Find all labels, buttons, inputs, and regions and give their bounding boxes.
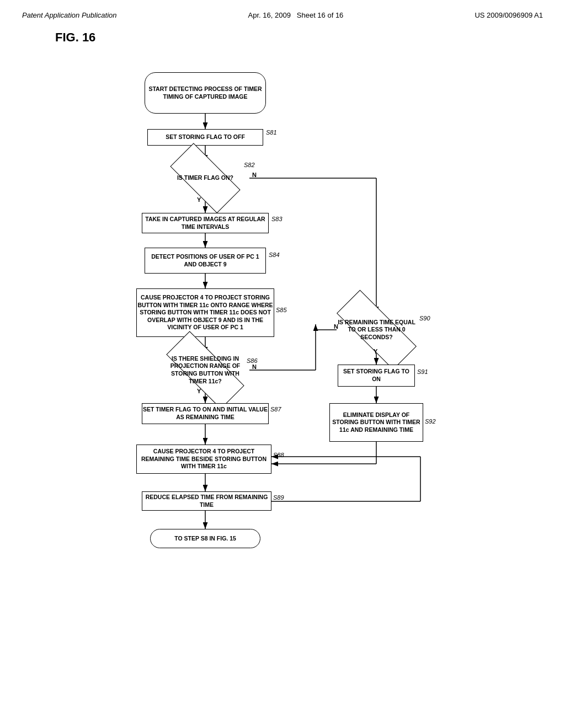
header-center: Apr. 16, 2009 Sheet 16 of 16: [248, 11, 344, 19]
flow-s82-y: Y: [197, 196, 201, 203]
flowchart: START DETECTING PROCESS OF TIMER TIMING …: [34, 56, 531, 695]
label-s92: S92: [425, 418, 436, 425]
node-s90: IS REMAINING TIME EQUAL TO OR LESS THAN …: [337, 290, 417, 370]
node-end: TO STEP S8 IN FIG. 15: [150, 529, 260, 548]
label-s87: S87: [270, 406, 281, 413]
label-s89: S89: [273, 494, 284, 501]
flow-s86-n: N: [252, 363, 257, 370]
node-s88: CAUSE PROJECTOR 4 TO PROJECT REMAINING T…: [136, 445, 271, 474]
node-s84: DETECT POSITIONS OF USER OF PC 1 AND OBJ…: [145, 248, 266, 274]
arrows-svg: [34, 56, 531, 695]
label-s91: S91: [417, 368, 428, 375]
page: Patent Application Publication Apr. 16, …: [0, 0, 565, 728]
label-s85: S85: [276, 307, 287, 313]
label-s84: S84: [269, 251, 280, 258]
label-s83: S83: [271, 216, 282, 222]
label-s88: S88: [273, 452, 284, 458]
node-s86: IS THERE SHIELDING IN PROJECTION RANGE O…: [166, 331, 244, 409]
label-s90: S90: [419, 315, 430, 322]
node-s83: TAKE IN CAPTURED IMAGES AT REGULAR TIME …: [142, 213, 269, 233]
flow-s90-y: Y: [374, 348, 377, 355]
node-start: START DETECTING PROCESS OF TIMER TIMING …: [145, 72, 266, 114]
node-s87: SET TIMER FLAG TO ON AND INITIAL VALUE A…: [142, 403, 269, 424]
flow-s86-y: Y: [197, 388, 201, 394]
label-s82: S82: [244, 162, 255, 168]
label-s81: S81: [266, 129, 277, 136]
header-right: US 2009/0096909 A1: [475, 11, 543, 19]
header-left: Patent Application Publication: [22, 11, 117, 19]
node-s89: REDUCE ELAPSED TIME FROM REMAINING TIME: [142, 491, 271, 511]
node-s81: SET STORING FLAG TO OFF: [147, 129, 263, 146]
node-s91: SET STORING FLAG TO ON: [338, 365, 415, 387]
page-header: Patent Application Publication Apr. 16, …: [22, 11, 543, 19]
node-s82: IS TIMER FLAG ON?: [170, 143, 240, 213]
figure-title: FIG. 16: [55, 30, 543, 45]
flow-s82-n: N: [252, 172, 257, 178]
flow-s90-n: N: [334, 323, 338, 330]
node-s92: ELIMINATE DISPLAY OF STORING BUTTON WITH…: [329, 403, 423, 442]
node-s85: CAUSE PROJECTOR 4 TO PROJECT STORING BUT…: [136, 288, 274, 337]
